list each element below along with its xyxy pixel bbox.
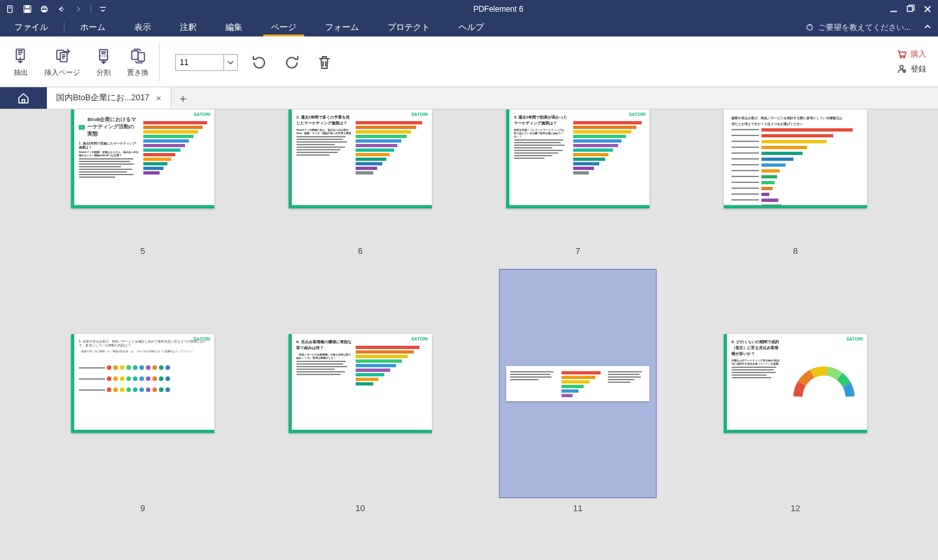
svg-rect-5	[25, 10, 30, 12]
split-label: 分割	[96, 68, 111, 77]
brand-logo: SATORI	[629, 112, 646, 117]
collapse-ribbon-icon[interactable]	[917, 23, 938, 33]
svg-rect-16	[132, 51, 138, 59]
svg-point-20	[900, 66, 903, 69]
svg-rect-15	[100, 49, 107, 60]
buy-link[interactable]: 購入	[896, 49, 926, 60]
print-icon[interactable]	[36, 1, 52, 17]
svg-rect-14	[60, 53, 67, 62]
svg-rect-1	[8, 7, 11, 8]
brand-logo: SATORI	[411, 112, 428, 117]
minimize-icon[interactable]	[886, 1, 902, 17]
svg-rect-22	[22, 100, 25, 103]
qat-separator	[87, 1, 94, 17]
replace-label: 置き換	[127, 68, 149, 77]
tab-document[interactable]: 国内BtoB企業にお...2017 ×	[47, 87, 171, 109]
feedback-label: ご要望を教えてください...	[818, 22, 911, 33]
extract-button[interactable]: 抽出	[12, 47, 30, 77]
replace-button[interactable]: 置き換	[127, 47, 149, 77]
page-number-dropdown-icon[interactable]	[223, 54, 238, 71]
page-number-label: 12	[791, 503, 800, 513]
tab-close-icon[interactable]: ×	[156, 92, 162, 104]
app-title: PDFelement 6	[111, 5, 886, 14]
page-number-label: 9	[140, 503, 145, 513]
svg-rect-9	[890, 11, 898, 12]
document-tabs: 国内BtoB企業にお...2017 × ＋	[0, 87, 938, 109]
svg-rect-8	[42, 10, 46, 12]
menu-home[interactable]: ホーム	[66, 18, 120, 36]
title-bar: PDFelement 6	[0, 0, 938, 18]
page-thumbnail[interactable]: SATORI 5. 顧客や見込み客が、商品／サービスを検討し始めて最終決定に至る…	[52, 269, 233, 513]
page-thumbnail[interactable]: 顧客や見込み客が、商品／サービスを検討する際に参考にしている情報元は 何だとお考…	[705, 109, 886, 240]
register-label: 登録	[911, 64, 926, 75]
insert-label: 挿入ページ	[44, 68, 80, 77]
menu-file[interactable]: ファイル	[0, 18, 63, 36]
svg-rect-10	[907, 7, 913, 12]
qat-dropdown-icon[interactable]	[95, 1, 111, 17]
page-grid[interactable]: SATORI 3.BtoB企業におけるマーケティング活動の実態 1. 過去1年間…	[0, 109, 938, 560]
rotate-left-button[interactable]	[248, 51, 270, 74]
feedback-link[interactable]: ご要望を教えてください...	[799, 22, 917, 33]
menu-display[interactable]: 表示	[120, 18, 165, 36]
page-number-label: 8	[793, 246, 797, 256]
register-link[interactable]: 登録	[896, 64, 926, 75]
tab-document-label: 国内BtoB企業にお...2017	[56, 92, 149, 104]
page-thumbnail[interactable]: SATORI 2. 過去1年間で多くの予算を投じたマーケティング施策は？Webサ…	[270, 109, 451, 240]
menu-protect[interactable]: プロテクト	[373, 18, 444, 36]
buy-label: 購入	[911, 49, 926, 60]
svg-rect-0	[8, 6, 12, 13]
extract-label: 抽出	[14, 68, 28, 77]
page-thumbnail[interactable]: SATORI 3. 過去1年間で効果が高かったマーケティング施策は？効果を実感！…	[487, 109, 668, 240]
svg-rect-4	[25, 6, 29, 8]
menu-help[interactable]: ヘルプ	[444, 18, 498, 36]
ribbon: 抽出 挿入ページ 分割 置き換 購入	[0, 36, 938, 87]
split-button[interactable]: 分割	[94, 47, 113, 77]
svg-rect-2	[8, 8, 11, 8]
menu-form[interactable]: フォーム	[311, 18, 373, 36]
svg-rect-7	[42, 7, 46, 8]
undo-icon[interactable]	[53, 1, 69, 17]
delete-page-button[interactable]	[313, 51, 335, 74]
page-number-label: 5	[140, 246, 145, 256]
menu-bar: ファイル ホーム 表示 注釈 編集 ページ フォーム プロテクト ヘルプ ご要望…	[0, 18, 938, 36]
page-number-label: 11	[573, 503, 582, 513]
svg-rect-17	[138, 53, 145, 61]
page-number-field[interactable]	[175, 54, 223, 71]
menu-edit[interactable]: 編集	[211, 18, 257, 36]
menu-separator	[64, 22, 64, 33]
brand-logo: SATORI	[846, 337, 863, 341]
rotate-right-button[interactable]	[281, 51, 303, 74]
brand-logo: SATORI	[193, 112, 210, 117]
page-number-label: 6	[358, 246, 362, 256]
insert-page-button[interactable]: 挿入ページ	[44, 47, 80, 77]
save-icon[interactable]	[20, 1, 35, 17]
brand-logo: SATORI	[411, 337, 428, 341]
page-thumbnail[interactable]: SATORI 3.BtoB企業におけるマーケティング活動の実態 1. 過去1年間…	[52, 109, 233, 240]
page-number-label: 7	[575, 246, 580, 256]
svg-point-18	[900, 57, 902, 58]
brand-logo: SATORI	[193, 337, 210, 341]
page-thumbnail-selected[interactable]: 11	[487, 269, 668, 513]
page-thumbnail[interactable]: SATORI 6. 見込み客情報の獲得に有効な取り組みは何？「商品／サービス比較…	[270, 269, 451, 513]
tab-home[interactable]	[0, 87, 47, 109]
redo-icon[interactable]	[70, 1, 86, 17]
tab-new[interactable]: ＋	[171, 87, 195, 109]
menu-annotate[interactable]: 注釈	[165, 18, 211, 36]
page-number-label: 10	[356, 503, 365, 513]
close-icon[interactable]	[920, 1, 935, 17]
app-icon	[3, 1, 18, 17]
page-number-input[interactable]	[175, 54, 238, 71]
ribbon-separator	[159, 42, 160, 81]
svg-point-19	[903, 57, 905, 58]
menu-page[interactable]: ページ	[257, 18, 311, 36]
page-thumbnail[interactable]: SATORI 8. どのくらいの期間で成約（受注）に至る見込み客情報が多いか？半…	[705, 269, 886, 513]
maximize-icon[interactable]	[903, 1, 918, 17]
